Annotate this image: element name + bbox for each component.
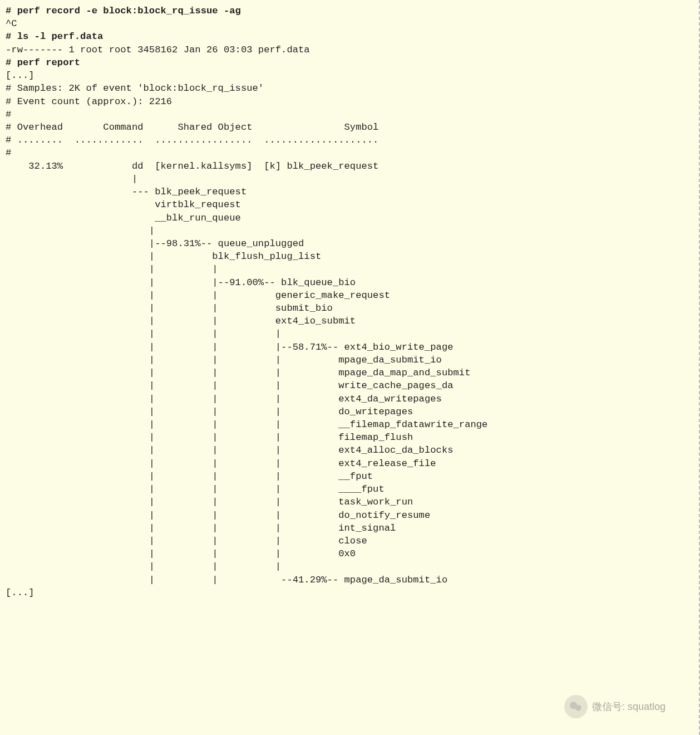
ctrl-c: ^C [6,18,17,29]
tree-line: |--98.31%-- queue_unplugged [6,238,304,249]
tree-line: | | | mpage_da_submit_io [6,355,442,365]
tree-line: --- blk_peek_request [6,187,247,197]
prompt: # [6,31,17,42]
cmd-perf-record: perf record -e block:block_rq_issue -ag [17,6,241,16]
ellipsis: [...] [6,70,34,81]
tree-line: | | | do_writepages [6,406,413,417]
tree-line: | | ext4_io_submit [6,316,356,326]
tree-line: | | |--58.71%-- ext4_bio_write_page [6,342,453,352]
tree-line: | | generic_make_request [6,290,390,301]
tree-line: | | | task_work_run [6,497,413,507]
cmd-ls: ls -l perf.data [17,31,103,42]
tree-line: __blk_run_queue [6,213,241,223]
tree-line: | blk_flush_plug_list [6,251,321,262]
event-count-line: # Event count (approx.): 2216 [6,96,172,107]
watermark: 微信号: squatlog [564,695,666,718]
tree-line: | | | filemap_flush [6,432,413,443]
samples-line: # Samples: 2K of event 'block:block_rq_i… [6,83,264,94]
tree-line: | [6,174,137,184]
tree-line: | | --41.29%-- mpage_da_submit_io [6,575,447,585]
row-main: 32.13% dd [kernel.kallsyms] [k] blk_peek… [6,161,378,171]
tree-line: | | | __fput [6,471,373,482]
prompt: # [6,57,17,68]
svg-point-1 [575,705,581,711]
tree-line: | | | int_signal [6,523,396,533]
hash-line: # [6,148,11,158]
ellipsis: [...] [6,587,34,598]
tree-line: | | [6,264,275,275]
ls-output: -rw------- 1 root root 3458162 Jan 26 03… [6,45,310,55]
tree-line: | |--91.00%-- blk_queue_bio [6,277,356,288]
tree-line: | | | ext4_da_writepages [6,394,442,404]
tree-line: | | submit_bio [6,303,333,313]
prompt: # [6,6,17,16]
tree-line: | | | [6,329,338,339]
tree-line: | | | ext4_release_file [6,458,436,469]
tree-line: | | | ____fput [6,484,384,494]
tree-line: | | | do_notify_resume [6,510,430,521]
terminal-output: # perf record -e block:block_rq_issue -a… [6,4,693,599]
wechat-icon [564,695,588,718]
tree-line: | | | 0x0 [6,548,356,559]
tree-line: | | | mpage_da_map_and_submit [6,367,470,378]
header-overhead: # Overhead Command Shared Object Symbol [6,122,378,133]
cmd-perf-report: perf report [17,57,80,68]
tree-line: | | | close [6,536,367,546]
watermark-text: 微信号: squatlog [592,700,666,713]
tree-line: | | | [6,561,338,572]
hash-line: # [6,109,11,120]
tree-line: | [6,226,212,236]
tree-line: virtblk_request [6,199,241,210]
tree-line: | | | ext4_alloc_da_blocks [6,445,453,455]
header-dots: # ........ ............ ................… [6,135,378,145]
tree-line: | | | write_cache_pages_da [6,380,453,391]
tree-line: | | | __filemap_fdatawrite_range [6,419,487,430]
